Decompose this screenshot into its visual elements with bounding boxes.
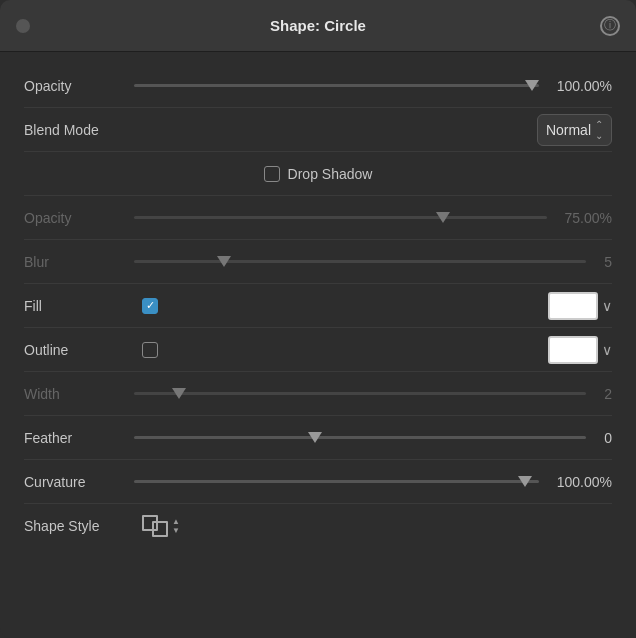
feather-row: Feather 0 — [24, 416, 612, 460]
blur-row: Blur 5 — [24, 240, 612, 284]
outline-label: Outline — [24, 342, 134, 358]
width-label: Width — [24, 386, 134, 402]
outline-chevron-icon: ∨ — [602, 342, 612, 358]
feather-slider-area: 0 — [134, 430, 612, 446]
width-slider-area: 2 — [134, 386, 612, 402]
opacity-slider-thumb[interactable] — [525, 80, 539, 91]
fill-label: Fill — [24, 298, 134, 314]
outline-color-swatch — [548, 336, 598, 364]
shadow-opacity-value: 75.00% — [565, 210, 612, 226]
outline-row: Outline ∨ — [24, 328, 612, 372]
blur-thumb[interactable] — [217, 253, 231, 271]
feather-value: 0 — [604, 430, 612, 446]
drop-shadow-checkbox[interactable] — [264, 166, 280, 182]
blend-mode-value: Normal — [546, 122, 591, 138]
shadow-opacity-row: Opacity 75.00% — [24, 196, 612, 240]
opacity-value: 100.00% — [557, 78, 612, 94]
fill-color-swatch — [548, 292, 598, 320]
shape-style-picker[interactable]: ▲ ▼ — [142, 515, 180, 537]
shape-style-down-icon: ▼ — [172, 527, 180, 535]
info-button[interactable]: ⓘ — [600, 16, 620, 36]
blend-mode-dropdown[interactable]: Normal ⌃⌄ — [537, 114, 612, 146]
curvature-slider-area: 100.00% — [134, 474, 612, 490]
drop-shadow-label: Drop Shadow — [288, 166, 373, 182]
blend-mode-content: Normal ⌃⌄ — [134, 114, 612, 146]
shape-style-squares-icon — [142, 515, 168, 537]
curvature-label: Curvature — [24, 474, 134, 490]
blend-mode-label: Blend Mode — [24, 122, 134, 138]
blur-label: Blur — [24, 254, 134, 270]
close-button[interactable] — [16, 19, 30, 33]
shadow-opacity-label: Opacity — [24, 210, 134, 226]
width-thumb[interactable] — [172, 385, 186, 403]
blur-value: 5 — [604, 254, 612, 270]
width-value: 2 — [604, 386, 612, 402]
title-bar: Shape: Circle ⓘ — [0, 0, 636, 52]
opacity-label: Opacity — [24, 78, 134, 94]
feather-thumb[interactable] — [308, 429, 322, 447]
opacity-slider-area: 100.00% — [134, 78, 612, 94]
fill-chevron-icon: ∨ — [602, 298, 612, 314]
content-area: Opacity 100.00% Blend Mode Normal ⌃⌄ — [0, 52, 636, 560]
drop-shadow-row: Drop Shadow — [24, 152, 612, 196]
shadow-opacity-slider-area: 75.00% — [134, 210, 612, 226]
curvature-thumb[interactable] — [518, 473, 532, 491]
shape-style-label: Shape Style — [24, 518, 134, 534]
curvature-row: Curvature 100.00% — [24, 460, 612, 504]
opacity-row: Opacity 100.00% — [24, 64, 612, 108]
fill-color-picker[interactable]: ∨ — [548, 292, 612, 320]
panel-title: Shape: Circle — [270, 17, 366, 34]
fill-checkbox[interactable] — [142, 298, 158, 314]
width-row: Width 2 — [24, 372, 612, 416]
shadow-opacity-thumb[interactable] — [436, 209, 450, 227]
blend-mode-row: Blend Mode Normal ⌃⌄ — [24, 108, 612, 152]
shape-style-row: Shape Style ▲ ▼ — [24, 504, 612, 548]
shape-style-stepper[interactable]: ▲ ▼ — [172, 518, 180, 535]
outline-color-picker[interactable]: ∨ — [548, 336, 612, 364]
feather-label: Feather — [24, 430, 134, 446]
blur-slider-area: 5 — [134, 254, 612, 270]
blend-mode-chevron-icon: ⌃⌄ — [595, 119, 603, 141]
panel: Shape: Circle ⓘ Opacity 100.00% Blend Mo… — [0, 0, 636, 638]
shape-style-up-icon: ▲ — [172, 518, 180, 526]
outline-checkbox[interactable] — [142, 342, 158, 358]
fill-row: Fill ∨ — [24, 284, 612, 328]
curvature-value: 100.00% — [557, 474, 612, 490]
